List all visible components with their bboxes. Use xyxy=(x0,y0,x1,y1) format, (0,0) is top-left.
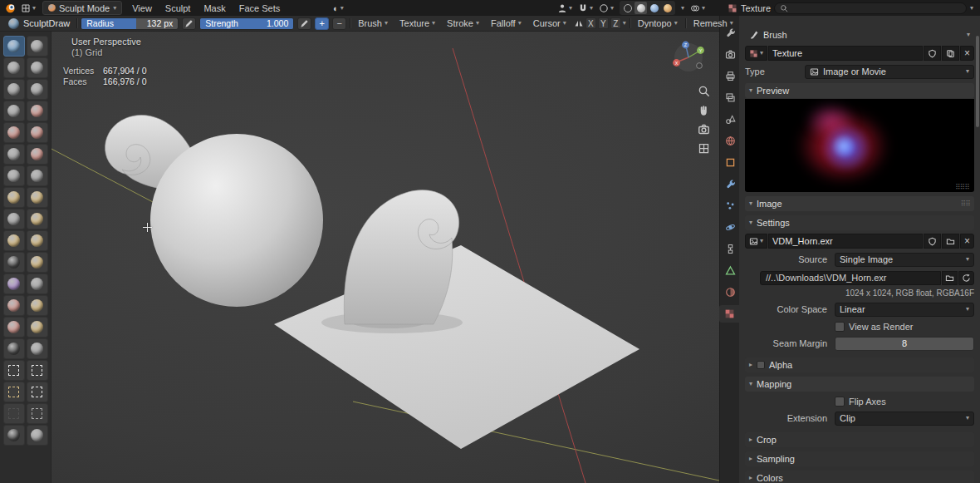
tool-box-mask-button[interactable] xyxy=(3,360,25,381)
properties-tab-view-layer[interactable] xyxy=(722,89,739,106)
texture-browse-button[interactable] xyxy=(745,46,767,61)
properties-tab-modifiers[interactable] xyxy=(722,175,739,193)
falloff-dropdown[interactable]: Falloff xyxy=(487,17,526,31)
brush-dropdown[interactable]: Brush xyxy=(354,17,392,31)
strength-slider[interactable]: Strength 1.000 xyxy=(199,17,294,30)
viewport-3d[interactable]: User Perspective (1) Grid Vertices 667,9… xyxy=(0,32,719,483)
tool-grab-button[interactable] xyxy=(27,187,48,208)
tool-elastic-deform-button[interactable] xyxy=(3,209,25,229)
remesh-dropdown[interactable]: Remesh xyxy=(689,17,737,31)
texture-fake-user-button[interactable] xyxy=(924,46,941,61)
object-visibility-button[interactable] xyxy=(555,0,575,16)
tool-mask-button[interactable] xyxy=(3,317,25,338)
image-name-field[interactable]: VDM_Horn.exr xyxy=(768,234,923,249)
tool-layer-button[interactable] xyxy=(27,79,48,100)
tool-measure-button[interactable] xyxy=(27,425,48,446)
tool-blob-button[interactable] xyxy=(27,101,48,121)
texture-preview[interactable] xyxy=(745,99,974,192)
pivot-point-button[interactable]: ◐ xyxy=(331,0,346,16)
tool-smear-button[interactable] xyxy=(27,338,48,359)
radius-slider[interactable]: Radius 132 px xyxy=(81,17,179,30)
menu-view[interactable]: View xyxy=(126,3,158,13)
texture-dropdown[interactable]: Texture xyxy=(395,17,439,31)
tool-scrape-button[interactable] xyxy=(3,165,25,186)
cursor-dropdown[interactable]: Cursor xyxy=(529,17,571,31)
tool-slide-relax-button[interactable] xyxy=(3,274,25,294)
sampling-panel-header[interactable]: Sampling xyxy=(745,451,974,466)
search-input[interactable] xyxy=(791,2,961,13)
properties-tab-object[interactable] xyxy=(722,154,739,171)
image-filepath-field[interactable]: //..\Downloads\VDM_Horn.exr xyxy=(760,271,941,285)
crop-panel-header[interactable]: Crop xyxy=(745,432,974,447)
blender-logo-icon[interactable] xyxy=(4,2,17,14)
brush-remove-button[interactable]: − xyxy=(332,17,346,30)
image-unlink-button[interactable] xyxy=(960,234,974,249)
pan-hand-button[interactable] xyxy=(698,104,710,116)
image-reload-button[interactable] xyxy=(958,271,974,285)
menu-face-sets[interactable]: Face Sets xyxy=(233,3,287,13)
properties-options-chevron[interactable] xyxy=(970,5,973,12)
image-open-button[interactable] xyxy=(942,234,959,249)
view-as-render-checkbox[interactable] xyxy=(835,322,845,332)
mapping-panel-header[interactable]: Mapping xyxy=(745,377,974,392)
properties-tab-object-data[interactable] xyxy=(722,262,739,279)
texture-name-field[interactable]: Texture xyxy=(768,46,923,61)
tool-draw-button[interactable] xyxy=(3,36,25,57)
properties-tab-output[interactable] xyxy=(722,67,739,85)
brush-add-button[interactable]: + xyxy=(315,17,329,30)
tool-mesh-filter-button[interactable] xyxy=(27,403,48,424)
alpha-panel-header[interactable]: Alpha xyxy=(745,357,974,372)
preview-panel-header[interactable]: Preview xyxy=(745,83,974,98)
tool-simplify-button[interactable] xyxy=(27,295,48,316)
dyntopo-dropdown[interactable]: Dyntopo xyxy=(634,17,682,31)
tool-box-hide-button[interactable] xyxy=(3,382,25,402)
tool-inflate-button[interactable] xyxy=(3,101,25,121)
mode-selector[interactable]: Sculpt Mode xyxy=(42,1,122,15)
tool-draw-face-sets-button[interactable] xyxy=(27,317,48,338)
snapping-button[interactable] xyxy=(576,0,595,16)
flip-axes-checkbox[interactable] xyxy=(835,397,845,407)
stroke-dropdown[interactable]: Stroke xyxy=(443,17,483,31)
navigation-gizmo[interactable]: X Y Z xyxy=(669,38,708,76)
strength-pressure-button[interactable] xyxy=(297,17,311,30)
tool-draw-sharp-button[interactable] xyxy=(27,36,48,57)
properties-tab-particles[interactable] xyxy=(722,197,739,214)
shading-material-button[interactable] xyxy=(648,2,660,14)
tool-cloth-button[interactable] xyxy=(3,295,25,316)
tool-clay-strips-button[interactable] xyxy=(27,57,48,78)
tool-line-project-button[interactable] xyxy=(3,403,25,424)
mirror-x-toggle[interactable]: X xyxy=(586,17,596,29)
properties-tab-material[interactable] xyxy=(722,283,739,301)
tool-fill-button[interactable] xyxy=(27,144,48,165)
properties-tab-physics[interactable] xyxy=(722,219,739,236)
properties-tab-scene[interactable] xyxy=(722,111,739,128)
properties-editor-icon[interactable] xyxy=(728,3,737,13)
properties-tab-constraints[interactable] xyxy=(722,240,739,258)
tool-snake-hook-button[interactable] xyxy=(27,209,48,229)
texture-type-dropdown[interactable]: Image or Movie xyxy=(805,65,974,79)
colors-panel-header[interactable]: Colors xyxy=(745,471,974,483)
tool-thumb-button[interactable] xyxy=(3,230,25,251)
properties-tab-render[interactable] xyxy=(722,46,739,63)
tool-rotate-button[interactable] xyxy=(27,252,48,273)
extension-dropdown[interactable]: Clip xyxy=(835,412,974,426)
image-panel-header[interactable]: Image xyxy=(745,196,974,211)
mirror-z-toggle[interactable]: Z xyxy=(610,17,621,29)
tool-pose-button[interactable] xyxy=(27,230,48,251)
tool-smooth-button[interactable] xyxy=(27,122,48,143)
tool-clay-button[interactable] xyxy=(3,57,25,78)
editor-type-button[interactable] xyxy=(18,0,38,16)
zoom-button[interactable] xyxy=(698,85,710,97)
overlays-button[interactable] xyxy=(688,0,708,16)
tool-boundary-button[interactable] xyxy=(27,274,48,294)
orthographic-toggle-button[interactable] xyxy=(698,142,710,155)
shading-options-button[interactable] xyxy=(679,0,687,16)
properties-tab-texture[interactable] xyxy=(719,305,739,323)
camera-view-button[interactable] xyxy=(698,123,710,136)
active-tool-display[interactable]: SculptDraw xyxy=(5,18,73,29)
tool-clay-thumb-button[interactable] xyxy=(3,79,25,100)
tool-pinch-button[interactable] xyxy=(3,187,25,208)
properties-scrollbar[interactable] xyxy=(976,36,979,127)
brush-panel-header[interactable]: Brush xyxy=(745,27,974,42)
mirror-y-toggle[interactable]: Y xyxy=(598,17,609,29)
